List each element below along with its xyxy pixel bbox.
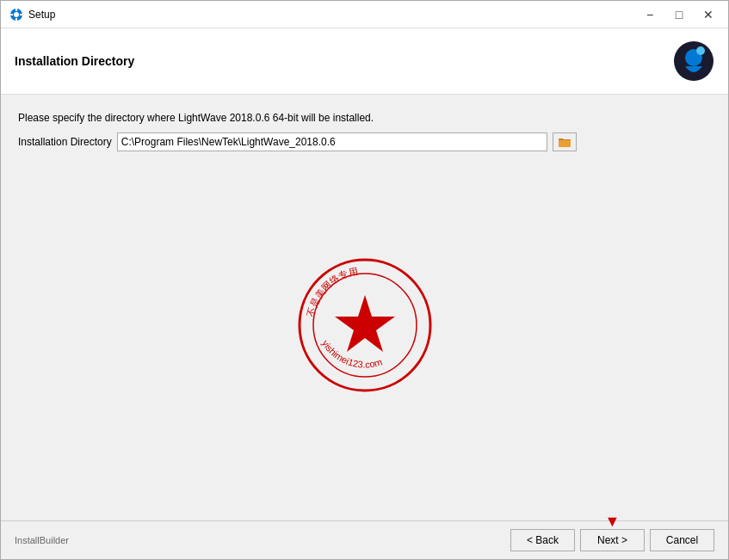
main-content: Please specify the directory where Light…	[1, 95, 728, 520]
window-controls: − □ ✕	[639, 6, 720, 23]
window-title: Setup	[28, 9, 639, 21]
footer: InstallBuilder < Back ▼ Next > Cancel	[1, 520, 728, 559]
svg-rect-3	[15, 18, 17, 21]
footer-brand: InstallBuilder	[15, 535, 69, 545]
app-logo	[673, 40, 714, 82]
close-button[interactable]: ✕	[697, 6, 720, 23]
folder-icon	[559, 137, 571, 147]
header-section: Installation Directory	[1, 28, 728, 95]
directory-input[interactable]	[117, 132, 547, 151]
svg-text:不是美网络专用: 不是美网络专用	[305, 265, 358, 317]
setup-window: Setup − □ ✕ Installation Directory Pleas…	[0, 0, 729, 560]
dir-label: Installation Directory	[18, 136, 112, 148]
maximize-button[interactable]: □	[668, 6, 690, 23]
svg-marker-12	[335, 295, 395, 352]
description-text: Please specify the directory where Light…	[18, 112, 711, 124]
cancel-button[interactable]: Cancel	[650, 529, 714, 551]
page-title: Installation Directory	[15, 54, 134, 68]
next-button-wrapper: ▼ Next >	[580, 529, 645, 551]
title-bar: Setup − □ ✕	[1, 1, 728, 28]
app-icon	[9, 8, 23, 22]
svg-point-1	[14, 12, 19, 17]
svg-rect-5	[20, 14, 22, 15]
svg-point-8	[696, 46, 705, 55]
svg-rect-2	[15, 9, 17, 11]
directory-row: Installation Directory	[18, 132, 711, 151]
watermark-stamp: 不是美网络专用 yishimei123.com	[296, 256, 434, 394]
minimize-button[interactable]: −	[639, 6, 661, 23]
next-button[interactable]: Next >	[580, 529, 645, 551]
arrow-indicator: ▼	[605, 514, 621, 529]
browse-button[interactable]	[553, 132, 577, 151]
svg-rect-4	[10, 14, 13, 15]
footer-buttons: < Back ▼ Next > Cancel	[510, 529, 714, 551]
svg-rect-9	[559, 139, 571, 147]
back-button[interactable]: < Back	[510, 529, 575, 551]
